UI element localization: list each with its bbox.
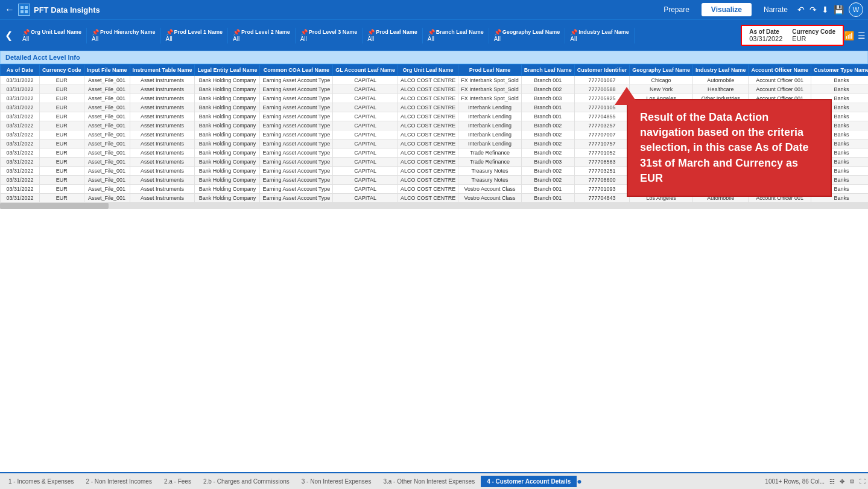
horizontal-scrollbar[interactable]: [0, 203, 868, 209]
cell-0-13: Account Officer 001: [749, 76, 811, 85]
redo-icon[interactable]: ↷: [809, 5, 817, 14]
cell-0-4: Bank Holding Company: [195, 76, 260, 85]
col-header-3[interactable]: Instrument Table Name: [130, 65, 195, 76]
date-label: As of Date: [749, 28, 782, 35]
user-avatar[interactable]: W: [849, 2, 863, 17]
col-header-9[interactable]: Branch Leaf Name: [521, 65, 574, 76]
col-header-1[interactable]: Currency Code: [40, 65, 84, 76]
col-header-7[interactable]: Org Unit Leaf Name: [398, 65, 458, 76]
cell-5-1: EUR: [40, 121, 84, 130]
nav-icons: ↶ ↷ ⬇ 💾 W: [797, 2, 863, 17]
cell-7-0: 03/31/2022: [1, 139, 40, 149]
filter-icon[interactable]: 📶: [844, 31, 854, 40]
cell-7-5: Earning Asset Account Type: [260, 139, 333, 149]
col-header-10[interactable]: Customer Identifier: [574, 65, 630, 76]
col-header-5[interactable]: Common COA Leaf Name: [260, 65, 333, 76]
bottom-tab-1---incomes-&-expenses[interactable]: 1 - Incomes & Expenses: [2, 476, 80, 487]
filter-bar: ❮ 📌Org Unit Leaf NameAll📌Prod Hierarchy …: [0, 19, 868, 51]
cell-13-3: Asset Instruments: [130, 194, 195, 203]
currency-value[interactable]: EUR: [792, 35, 835, 42]
menu-icon[interactable]: ☰: [858, 31, 866, 40]
bottom-tab-3---non-interest-expenses[interactable]: 3 - Non Interest Expenses: [296, 476, 378, 487]
col-header-0[interactable]: As of Date: [1, 65, 40, 76]
maximize-icon[interactable]: ⛶: [860, 478, 866, 485]
cell-11-9: Branch 002: [521, 176, 574, 185]
cell-1-13: Account Officer 001: [749, 85, 811, 94]
download-icon[interactable]: ⬇: [822, 5, 829, 14]
currency-label: Currency Code: [792, 28, 835, 35]
cell-11-2: Asset_File_001: [84, 176, 130, 185]
cell-12-10: 777701093: [574, 185, 630, 194]
filter-item-industry-leaf-name[interactable]: 📌Industry Leaf NameAll: [565, 28, 635, 43]
cell-10-9: Branch 002: [521, 167, 574, 176]
cell-5-5: Earning Asset Account Type: [260, 121, 333, 130]
cell-10-7: ALCO COST CENTRE: [398, 167, 458, 176]
add-tab-button[interactable]: ●: [577, 476, 581, 486]
filter-item-prod-level-2-name[interactable]: 📌Prod Level 2 NameAll: [228, 28, 296, 43]
cell-2-3: Asset Instruments: [130, 94, 195, 103]
cell-12-0: 03/31/2022: [1, 185, 40, 194]
collapse-button[interactable]: ❮: [2, 27, 15, 43]
col-header-6[interactable]: GL Account Leaf Name: [333, 65, 398, 76]
cell-12-2: Asset_File_001: [84, 185, 130, 194]
filter-item-branch-leaf-name[interactable]: 📌Branch Leaf NameAll: [423, 28, 489, 43]
cell-1-9: Branch 002: [521, 85, 574, 94]
filter-item-prod-level-1-name[interactable]: 📌Prod Level 1 NameAll: [161, 28, 229, 43]
col-header-14[interactable]: Customer Type Name: [811, 65, 868, 76]
cell-8-8: Trade Refinance: [458, 149, 522, 158]
cell-8-1: EUR: [40, 149, 84, 158]
scrollbar-thumb[interactable]: [0, 203, 109, 209]
tab-visualize[interactable]: Visualize: [702, 3, 752, 16]
filter-item-geography-leaf-name[interactable]: 📌Geography Leaf NameAll: [489, 28, 566, 43]
cell-1-12: Healthcare: [692, 85, 749, 94]
filter-item-prod-level-3-name[interactable]: 📌Prod Level 3 NameAll: [296, 28, 363, 43]
filter-item-org-unit-leaf-name[interactable]: 📌Org Unit Leaf NameAll: [17, 28, 87, 43]
cell-9-3: Asset Instruments: [130, 158, 195, 167]
undo-icon[interactable]: ↶: [797, 5, 805, 14]
bottom-tabs: 1 - Incomes & Expenses2 - Non Interest I…: [2, 476, 577, 487]
cell-0-0: 03/31/2022: [1, 76, 40, 85]
cell-13-1: EUR: [40, 194, 84, 203]
col-header-11[interactable]: Geography Leaf Name: [630, 65, 693, 76]
tab-prepare[interactable]: Prepare: [654, 3, 699, 16]
cell-13-9: Branch 001: [521, 194, 574, 203]
bottom-tab-4---customer-account-details[interactable]: 4 - Customer Account Details: [481, 476, 577, 487]
cell-8-4: Bank Holding Company: [195, 149, 260, 158]
cell-13-5: Earning Asset Account Type: [260, 194, 333, 203]
back-button[interactable]: ←: [5, 4, 14, 15]
cell-2-2: Asset_File_001: [84, 94, 130, 103]
svg-rect-2: [21, 10, 24, 13]
col-header-12[interactable]: Industry Leaf Name: [692, 65, 749, 76]
col-header-4[interactable]: Legal Entity Leaf Name: [195, 65, 260, 76]
cell-9-1: EUR: [40, 158, 84, 167]
date-value[interactable]: 03/31/2022: [749, 35, 782, 42]
fit-icon[interactable]: ☷: [829, 478, 835, 485]
cell-4-7: ALCO COST CENTRE: [398, 112, 458, 121]
bottom-tab-2.b---charges-and-commissions[interactable]: 2.b - Charges and Commissions: [197, 476, 296, 487]
filter-item-prod-hierarchy-name[interactable]: 📌Prod Hierarchy NameAll: [87, 28, 161, 43]
bottom-tab-3.a---other-non-interest-expenses[interactable]: 3.a - Other Non Interest Expenses: [377, 476, 481, 487]
cell-12-8: Vostro Account Class: [458, 185, 522, 194]
cell-9-6: CAPITAL: [333, 158, 398, 167]
cell-6-9: Branch 002: [521, 130, 574, 139]
bottom-tab-2.a---fees[interactable]: 2.a - Fees: [158, 476, 197, 487]
cell-4-3: Asset Instruments: [130, 112, 195, 121]
cell-12-5: Earning Asset Account Type: [260, 185, 333, 194]
settings-icon2[interactable]: ⚙: [849, 478, 855, 485]
tab-narrate[interactable]: Narrate: [754, 3, 797, 16]
bottom-tab-2---non-interest-incomes[interactable]: 2 - Non Interest Incomes: [80, 476, 158, 487]
cell-1-0: 03/31/2022: [1, 85, 40, 94]
col-header-2[interactable]: Input File Name: [84, 65, 130, 76]
save-icon[interactable]: 💾: [834, 5, 844, 14]
cell-5-10: 777703257: [574, 121, 630, 130]
cell-11-0: 03/31/2022: [1, 176, 40, 185]
cell-6-5: Earning Asset Account Type: [260, 130, 333, 139]
expand-icon[interactable]: ✥: [840, 478, 844, 485]
cell-0-2: Asset_File_001: [84, 76, 130, 85]
col-header-13[interactable]: Account Officer Name: [749, 65, 811, 76]
col-header-8[interactable]: Prod Leaf Name: [458, 65, 522, 76]
filter-item-prod-leaf-name[interactable]: 📌Prod Leaf NameAll: [363, 28, 423, 43]
cell-2-9: Branch 003: [521, 94, 574, 103]
cell-0-1: EUR: [40, 76, 84, 85]
cell-1-3: Asset Instruments: [130, 85, 195, 94]
